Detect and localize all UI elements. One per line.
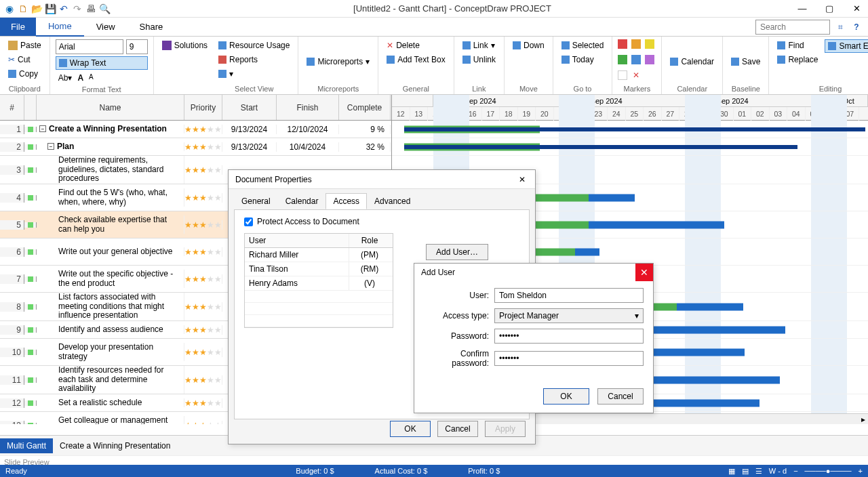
user-row[interactable]: Henry Adams(V)	[245, 276, 393, 291]
protect-checkbox[interactable]	[244, 217, 253, 226]
view-icon-1[interactable]: ▦	[728, 467, 735, 476]
cut-button[interactable]: ✂Cut	[5, 54, 44, 66]
zoom-slider[interactable]: ────●────	[805, 467, 852, 475]
view-tab[interactable]: View	[84, 18, 127, 36]
gantt-bar[interactable]	[404, 127, 865, 131]
save-baseline-button[interactable]: Save	[728, 39, 763, 83]
gantt-bar[interactable]	[575, 248, 599, 255]
col-name[interactable]: Name	[37, 95, 184, 120]
save-icon[interactable]: 💾	[45, 3, 56, 14]
table-row[interactable]: 2−Plan★★★★★9/13/202410/4/202432 %	[0, 138, 391, 156]
add-user-ok-button[interactable]: OK	[543, 388, 589, 405]
marker-none[interactable]	[618, 70, 627, 80]
microreports-button[interactable]: Microreports ▾	[304, 39, 372, 83]
find-button[interactable]: Find	[774, 39, 821, 51]
wrap-text-button[interactable]: Wrap Text	[56, 56, 148, 70]
size-select[interactable]	[126, 39, 148, 54]
add-user-close-button[interactable]: ✕	[635, 264, 653, 281]
smart-enter-button[interactable]: Smart Enter	[825, 39, 868, 53]
open-icon[interactable]: 📂	[31, 3, 42, 14]
gantt-bar[interactable]	[650, 303, 677, 310]
sheet-tab-multi[interactable]: Multi Gantt	[0, 438, 53, 453]
gantt-bar[interactable]	[650, 348, 745, 356]
zoom-out[interactable]: −	[793, 467, 797, 475]
marker-blue[interactable]	[631, 55, 641, 64]
gantt-bar[interactable]	[589, 221, 724, 228]
user-row[interactable]: Tina Tilson(RM)	[245, 262, 393, 276]
search-input[interactable]	[755, 20, 830, 35]
file-tab[interactable]: File	[0, 18, 36, 36]
font-case-button[interactable]: Ab▾	[58, 73, 73, 83]
new-icon[interactable]: 🗋	[18, 3, 28, 14]
font-shrink-button[interactable]: A	[89, 73, 94, 83]
table-row[interactable]: 1−Create a Winning Presentation★★★★★9/13…	[0, 121, 391, 138]
calendar-button[interactable]: Calendar	[667, 39, 717, 83]
password-input[interactable]	[494, 329, 644, 344]
maximize-button[interactable]: ▢	[822, 1, 837, 16]
user-input[interactable]	[494, 288, 644, 303]
gantt-bar[interactable]	[650, 326, 785, 333]
link-button[interactable]: Link ▾	[460, 39, 498, 51]
tab-access[interactable]: Access	[326, 193, 367, 209]
docprops-ok-button[interactable]: OK	[390, 421, 431, 437]
marker-green[interactable]	[618, 55, 627, 64]
solutions-button[interactable]: Solutions	[159, 39, 210, 51]
view-icon-2[interactable]: ▤	[742, 467, 749, 476]
print-icon[interactable]: 🖶	[85, 3, 96, 14]
delete-button[interactable]: ✕Delete	[384, 39, 448, 51]
gantt-bar[interactable]	[677, 303, 743, 310]
view-dropdown[interactable]: ▾	[216, 68, 292, 80]
sheet-tab-main[interactable]: Create a Winning Presentation	[53, 438, 177, 453]
col-num[interactable]: #	[0, 95, 24, 120]
unlink-button[interactable]: Unlink	[460, 54, 498, 66]
font-grow-button[interactable]: A	[77, 73, 83, 83]
gantt-bar[interactable]	[650, 376, 780, 383]
gantt-bar[interactable]	[534, 221, 589, 228]
font-select[interactable]	[56, 39, 123, 54]
filter-icon[interactable]: ⌗	[834, 21, 846, 33]
zoom-in[interactable]: +	[859, 467, 863, 475]
down-button[interactable]: Down	[510, 39, 547, 51]
help-icon[interactable]: ?	[850, 21, 863, 33]
redo-icon[interactable]: ↷	[72, 3, 83, 14]
tab-general[interactable]: General	[234, 193, 278, 209]
add-text-box-button[interactable]: Add Text Box	[384, 54, 448, 66]
reports-button[interactable]: Reports	[216, 54, 292, 66]
docprops-cancel-button[interactable]: Cancel	[437, 421, 478, 437]
add-user-button[interactable]: Add User…	[426, 244, 488, 260]
col-finish[interactable]: Finish	[277, 95, 339, 120]
today-button[interactable]: Today	[559, 54, 607, 66]
access-type-select[interactable]: Project Manager▾	[494, 308, 644, 323]
col-complete[interactable]: Complete	[339, 95, 391, 120]
resource-usage-button[interactable]: Resource Usage	[216, 39, 292, 51]
share-tab[interactable]: Share	[127, 18, 176, 36]
minimize-button[interactable]: —	[795, 1, 810, 16]
marker-yellow[interactable]	[645, 39, 654, 49]
close-button[interactable]: ✕	[849, 1, 864, 16]
gantt-bar[interactable]	[534, 194, 589, 201]
marker-clear[interactable]: ✕	[631, 70, 641, 80]
marker-purple[interactable]	[645, 55, 654, 64]
copy-button[interactable]: Copy	[5, 68, 44, 80]
home-tab[interactable]: Home	[36, 17, 84, 37]
docprops-apply-button[interactable]: Apply	[485, 421, 526, 437]
gantt-bar[interactable]	[534, 248, 575, 255]
col-priority[interactable]: Priority	[184, 95, 222, 120]
tab-calendar[interactable]: Calendar	[278, 193, 326, 209]
view-icon-3[interactable]: ☰	[755, 467, 762, 476]
user-row[interactable]: Richard Miller(PM)	[245, 248, 393, 262]
print-preview-icon[interactable]: 🔍	[99, 3, 110, 14]
dialog-close-button[interactable]: ✕	[516, 173, 528, 186]
gantt-bar[interactable]	[589, 194, 635, 201]
selected-button[interactable]: Selected	[559, 39, 607, 51]
confirm-password-input[interactable]	[494, 351, 644, 366]
gantt-bar[interactable]	[650, 399, 760, 407]
replace-button[interactable]: Replace	[774, 54, 821, 66]
gantt-bar[interactable]	[404, 145, 797, 149]
add-user-cancel-button[interactable]: Cancel	[597, 388, 644, 405]
undo-icon[interactable]: ↶	[58, 3, 69, 14]
tab-advanced[interactable]: Advanced	[367, 193, 418, 209]
col-start[interactable]: Start	[222, 95, 277, 120]
marker-orange[interactable]	[631, 39, 641, 49]
paste-button[interactable]: Paste	[5, 39, 44, 51]
